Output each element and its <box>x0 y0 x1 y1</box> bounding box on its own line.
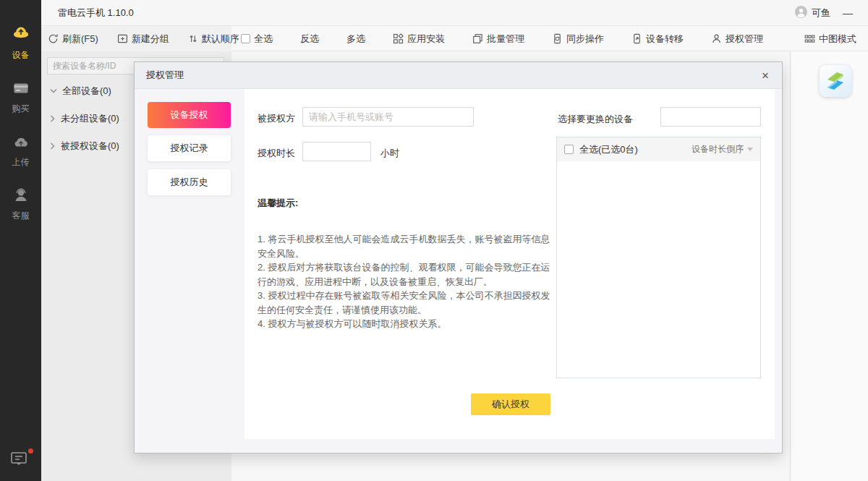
notification-dot <box>28 448 33 454</box>
chevron-down-icon <box>50 88 57 94</box>
modal-header: 授权管理 × <box>135 62 782 89</box>
grid-mode-icon <box>804 34 815 44</box>
app-install-button[interactable]: 应用安装 <box>393 33 445 46</box>
logo-s-icon <box>820 65 851 97</box>
sort-icon <box>188 33 198 44</box>
select-all-toggle[interactable]: 全选 <box>241 33 273 46</box>
tips-title: 温馨提示: <box>258 197 298 210</box>
close-icon[interactable]: × <box>756 67 775 85</box>
minimize-button[interactable]: — <box>838 4 858 22</box>
feedback-chat-icon[interactable] <box>10 451 32 471</box>
modal-tab-column: 设备授权 授权记录 授权历史 <box>148 102 231 203</box>
app-window: 设备 购买 上传 客服 雷电云手机 1.10.0 <box>0 0 868 481</box>
sync-ops-icon <box>552 33 563 44</box>
tab-authorize-records[interactable]: 授权记录 <box>148 135 231 161</box>
refresh-icon <box>48 33 59 44</box>
grantee-label: 被授权方 <box>258 112 295 125</box>
username: 可鱼 <box>812 7 830 20</box>
floating-assistant-button[interactable] <box>820 65 851 97</box>
confirm-authorize-button[interactable]: 确认授权 <box>471 393 550 415</box>
sync-ops-button[interactable]: 同步操作 <box>552 33 604 46</box>
new-group-icon <box>117 33 128 44</box>
rail-item-upload[interactable]: 上传 <box>0 133 41 169</box>
rail-item-devices[interactable]: 设备 <box>0 25 41 61</box>
rail-item-label: 客服 <box>12 210 30 222</box>
rail-item-label: 设备 <box>12 49 30 61</box>
batch-manage-button[interactable]: 批量管理 <box>472 33 524 46</box>
rail-item-purchase[interactable]: 购买 <box>0 80 41 115</box>
tip-line: 1. 将云手机授权至他人可能会造成云手机数据丢失，账号被盗用等信息安全风险。 <box>258 232 554 260</box>
list-select-all-label: 全选(已选0台) <box>579 143 638 156</box>
tip-line: 3. 授权过程中存在账号被盗取等相关安全风险，本公司不承担因授权发生的任何安全责… <box>258 289 554 317</box>
duration-unit: 小时 <box>380 147 399 160</box>
grantee-input[interactable] <box>302 107 474 127</box>
auth-manage-button[interactable]: 授权管理 <box>711 33 763 46</box>
caret-down-icon <box>747 148 753 151</box>
right-rail <box>790 51 868 481</box>
select-all-checkbox[interactable] <box>241 34 250 43</box>
rail-item-label: 购买 <box>12 103 30 115</box>
auth-manage-icon <box>711 33 722 44</box>
rail-item-label: 上传 <box>12 156 30 169</box>
auth-manage-modal: 授权管理 × 设备授权 授权记录 授权历史 被授权方 授权时长 小时 温馨提示:… <box>134 61 783 454</box>
chevron-right-icon <box>50 115 56 122</box>
avatar-icon <box>795 6 807 21</box>
refresh-button[interactable]: 刷新(F5) <box>48 33 98 46</box>
device-select-list: 全选(已选0台) 设备时长倒序 <box>556 137 761 378</box>
tab-authorize-history[interactable]: 授权历史 <box>148 169 231 195</box>
list-select-all-checkbox[interactable] <box>564 145 574 154</box>
device-transfer-icon <box>631 33 642 44</box>
device-transfer-button[interactable]: 设备转移 <box>631 33 684 46</box>
app-title: 雷电云手机 1.10.0 <box>58 7 134 20</box>
modal-title: 授权管理 <box>146 69 184 82</box>
tab-device-authorize[interactable]: 设备授权 <box>148 102 231 128</box>
upload-icon <box>12 133 30 153</box>
chevron-right-icon <box>50 142 56 150</box>
invert-select-button[interactable]: 反选 <box>300 33 319 46</box>
tip-line: 2. 授权后对方将获取该台设备的控制、观看权限，可能会导致您正在运行的游戏、应用… <box>258 260 554 289</box>
rail-item-support[interactable]: 客服 <box>0 187 41 222</box>
app-install-icon <box>393 33 404 44</box>
sort-dropdown[interactable]: 设备时长倒序 <box>692 143 753 156</box>
mid-view-mode-button[interactable]: 中图模式 <box>804 33 856 46</box>
modal-content-panel: 被授权方 授权时长 小时 温馨提示: 1. 将云手机授权至他人可能会造成云手机数… <box>244 89 775 439</box>
default-order-button[interactable]: 默认顺序 <box>188 33 239 46</box>
tips-text: 1. 将云手机授权至他人可能会造成云手机数据丢失，账号被盗用等信息安全风险。 2… <box>258 232 554 331</box>
device-filter-input[interactable] <box>660 107 761 127</box>
titlebar: 雷电云手机 1.10.0 可鱼 — <box>41 0 868 26</box>
device-list-header: 全选(已选0台) 设备时长倒序 <box>557 137 760 161</box>
user-account[interactable]: 可鱼 <box>795 6 830 21</box>
device-select-label: 选择要更换的设备 <box>558 113 633 126</box>
multi-select-button[interactable]: 多选 <box>346 33 365 46</box>
duration-input[interactable] <box>302 142 371 161</box>
toolbar: 刷新(F5) 新建分组 默认顺序 全选 反选 多选 应用安装 <box>41 26 868 51</box>
new-group-button[interactable]: 新建分组 <box>117 33 169 46</box>
purchase-icon <box>12 80 30 100</box>
device-icon <box>12 25 30 46</box>
tip-line: 4. 授权方与被授权方可以随时取消授权关系。 <box>258 317 554 331</box>
batch-manage-icon <box>472 33 483 44</box>
duration-label: 授权时长 <box>258 147 295 160</box>
support-icon <box>12 187 30 207</box>
nav-rail: 设备 购买 上传 客服 <box>0 0 41 481</box>
